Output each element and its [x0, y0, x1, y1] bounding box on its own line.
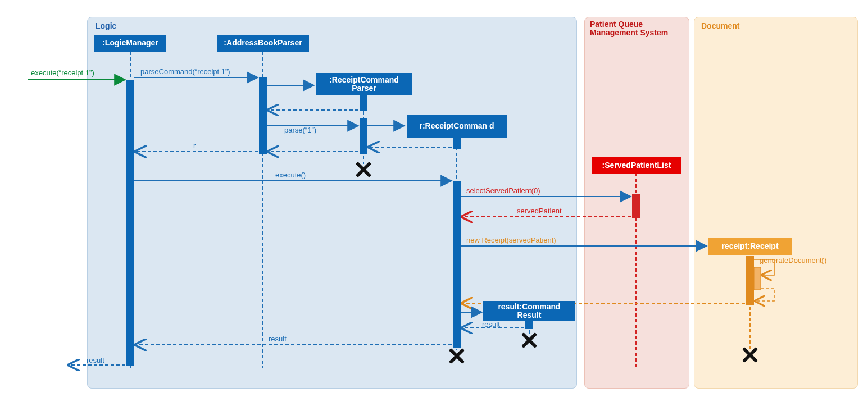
- lifeline-receipt-command: r:ReceiptComman d: [407, 115, 507, 138]
- svg-rect-15: [754, 267, 761, 290]
- msg-served-patient: servedPatient: [517, 207, 562, 215]
- msg-new-receipt: new Receipt(servedPatient): [466, 236, 556, 244]
- svg-rect-11: [453, 136, 461, 149]
- msg-generate-document: generateDocument(): [760, 256, 826, 264]
- msg-parse: parse(“1”): [284, 126, 316, 134]
- msg-parse-command: parseCommand(“receipt 1”): [140, 67, 230, 76]
- lifeline-logic-manager: :LogicManager: [94, 35, 166, 52]
- sequence-diagram: Logic Patient Queue Management System Do…: [0, 0, 868, 397]
- msg-return-r: r: [193, 142, 196, 150]
- msg-result-3: result: [87, 356, 104, 364]
- msg-execute: execute(): [275, 171, 306, 179]
- msg-select-served-patient: selectServedPatient(0): [466, 186, 540, 195]
- diagram-svg: [0, 0, 868, 397]
- svg-rect-10: [360, 118, 367, 154]
- msg-result-1: result: [482, 320, 500, 328]
- svg-rect-12: [453, 181, 461, 348]
- svg-rect-7: [126, 80, 134, 366]
- svg-rect-14: [746, 256, 754, 305]
- svg-rect-8: [259, 77, 267, 154]
- msg-result-2: result: [269, 335, 287, 343]
- lifeline-served-patient-list: :ServedPatientList: [592, 157, 681, 174]
- lifeline-receipt-command-parser: :ReceiptCommand Parser: [316, 73, 412, 95]
- svg-rect-13: [632, 194, 640, 218]
- msg-execute-receipt: execute(“receipt 1”): [31, 69, 94, 77]
- lifeline-command-result: result:Command Result: [483, 301, 575, 321]
- svg-rect-9: [360, 94, 367, 111]
- lifeline-receipt: receipt:Receipt: [708, 238, 792, 255]
- lifeline-address-book-parser: :AddressBookParser: [217, 35, 309, 52]
